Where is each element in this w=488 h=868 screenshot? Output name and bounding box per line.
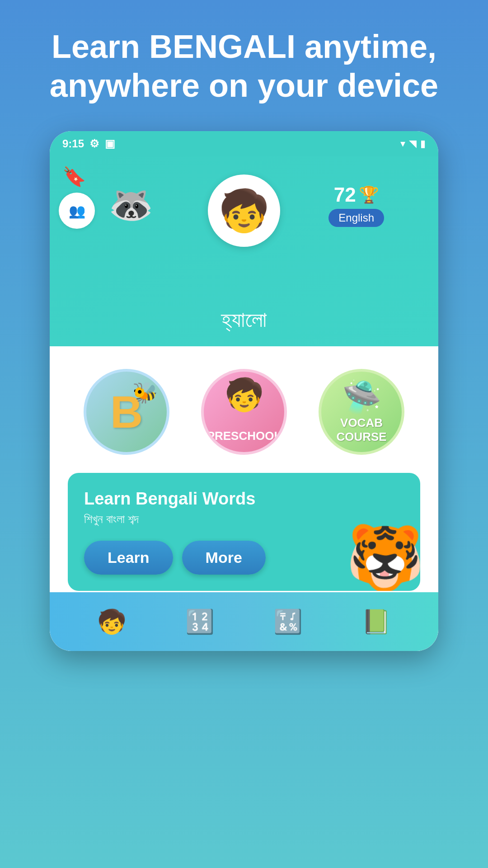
nav-book[interactable]: 📗 xyxy=(361,608,391,636)
score-value: 72 xyxy=(334,184,356,206)
preschool-label: PRESCHOOL xyxy=(207,429,282,443)
status-time: 9:15 xyxy=(62,137,84,150)
courses-row: B 🐝 🧒 PRESCHOOL 🛸 VOCABCOURSE xyxy=(68,369,420,455)
ufo-icon: 🛸 xyxy=(342,378,381,415)
course-abc-circle: B 🐝 xyxy=(84,369,169,455)
settings-icon: ⚙ xyxy=(89,137,99,150)
bottom-nav: 🧒 🔢 🔣 📗 xyxy=(50,592,438,651)
sim-icon: ▣ xyxy=(105,137,115,150)
nav-home[interactable]: 🧒 xyxy=(97,608,127,636)
nav-numbers[interactable]: 🔢 xyxy=(185,608,215,636)
learn-button[interactable]: Learn xyxy=(84,541,173,575)
phone-frame: 9:15 ⚙ ▣ ▾ ◥ ▮ 🔖 👥 🦝 🧒 72 🏆 English হ্যা… xyxy=(50,131,438,651)
avatar-emoji: 🧒 xyxy=(219,187,269,235)
hero-title: Learn BENGALI anytime, anywhere on your … xyxy=(0,0,488,119)
wifi-icon: ▾ xyxy=(400,138,405,150)
bee-icon: 🐝 xyxy=(132,381,158,405)
nav-numbers-icon: 🔢 xyxy=(185,608,215,636)
vocab-label: VOCABCOURSE xyxy=(336,416,386,444)
course-abc[interactable]: B 🐝 xyxy=(84,369,169,455)
more-button[interactable]: More xyxy=(182,541,266,575)
status-left: 9:15 ⚙ ▣ xyxy=(62,137,115,150)
nav-book-icon: 📗 xyxy=(361,608,391,636)
preschool-kid-icon: 🧒 xyxy=(225,376,264,413)
users-icon: 👥 xyxy=(69,203,85,219)
nav-home-icon: 🧒 xyxy=(97,608,127,636)
signal-icon: ◥ xyxy=(409,138,417,150)
status-bar: 9:15 ⚙ ▣ ▾ ◥ ▮ xyxy=(50,131,438,156)
course-preschool-circle: 🧒 PRESCHOOL xyxy=(201,369,287,455)
course-vocab-circle: 🛸 VOCABCOURSE xyxy=(319,369,404,455)
score-display: 72 🏆 xyxy=(334,184,379,206)
score-badge: 72 🏆 English xyxy=(328,184,384,227)
users-button[interactable]: 👥 xyxy=(59,193,95,229)
greeting-text: হ্যালো xyxy=(221,307,267,333)
trophy-icon: 🏆 xyxy=(359,185,379,204)
app-header: 🔖 👥 🦝 🧒 72 🏆 English হ্যালো xyxy=(50,156,438,346)
hero-section: Learn BENGALI anytime, anywhere on your … xyxy=(0,0,488,119)
avatar[interactable]: 🧒 xyxy=(208,175,280,247)
nav-math[interactable]: 🔣 xyxy=(273,608,303,636)
tiger-sticker: 🐯 xyxy=(346,521,420,591)
nav-math-icon: 🔣 xyxy=(273,608,303,636)
course-vocab[interactable]: 🛸 VOCABCOURSE xyxy=(319,369,404,455)
battery-icon: ▮ xyxy=(420,138,426,150)
bookmark-icon[interactable]: 🔖 xyxy=(62,165,86,188)
raccoon-sticker: 🦝 xyxy=(108,184,154,226)
language-badge[interactable]: English xyxy=(328,209,384,227)
status-right: ▾ ◥ ▮ xyxy=(400,138,426,150)
learn-card: Learn Bengali Words শিখুন বাংলা শব্দ Lea… xyxy=(68,473,420,591)
course-preschool[interactable]: 🧒 PRESCHOOL xyxy=(201,369,287,455)
learn-card-title: Learn Bengali Words xyxy=(84,489,404,509)
